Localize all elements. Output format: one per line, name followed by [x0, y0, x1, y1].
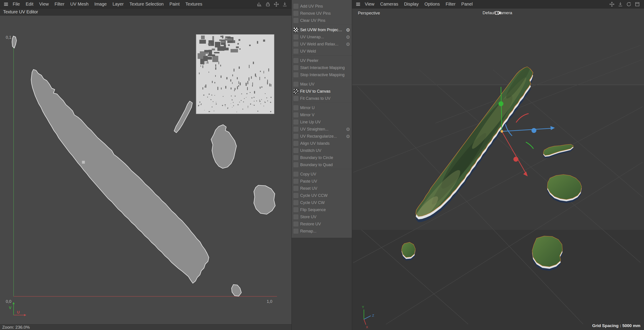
pan-icon[interactable] [273, 1, 280, 7]
cmd-fit-uv-to-canvas[interactable]: Fit UV to Canvas [292, 88, 352, 95]
uv-island-lifou[interactable] [211, 125, 236, 168]
gizmo-origin[interactable] [500, 130, 503, 133]
menu-file[interactable]: File [10, 0, 23, 8]
uv-island-grande-terre[interactable] [31, 69, 209, 283]
cmd-clear-uv-pins[interactable]: Clear UV Pins [292, 17, 352, 24]
command-icon [294, 18, 298, 23]
command-icon [294, 200, 298, 205]
cmd-uv-weld[interactable]: UV Weld [292, 48, 352, 55]
menu-cameras[interactable]: Cameras [377, 0, 401, 8]
gizmo-x-handle[interactable] [514, 157, 518, 162]
hamburger-menu-icon[interactable] [2, 1, 10, 7]
cmd-start-interactive-mapping[interactable]: Start Interactive Mapping [292, 64, 352, 71]
cmd-store-uv[interactable]: Store UV [292, 213, 352, 220]
uv-command-list: Add UV PinsRemove UV PinsClear UV PinsSe… [292, 0, 352, 238]
axis-y-label: Y [362, 305, 364, 309]
menu-panel[interactable]: Panel [458, 0, 476, 8]
cmd-mirror-u[interactable]: Mirror U [292, 104, 352, 111]
menu-filter[interactable]: Filter [443, 0, 458, 8]
pan-icon[interactable] [609, 1, 615, 7]
download-icon[interactable] [617, 1, 624, 7]
uv-axis-widget: V U [9, 302, 26, 316]
graph-icon[interactable] [256, 1, 262, 7]
cmd-restore-uv[interactable]: Restore UV [292, 220, 352, 228]
menu-layer[interactable]: Layer [110, 0, 126, 8]
cmd-paste-uv[interactable]: Paste UV [292, 178, 352, 185]
cmd-uv-peeler[interactable]: UV Peeler [292, 57, 352, 64]
cmd-copy-uv[interactable]: Copy UV [292, 171, 352, 178]
3d-viewport[interactable]: Y Z X Perspective Default Camera Grid Sp… [352, 8, 644, 330]
island-mare-3d[interactable] [532, 236, 562, 271]
cmd-line-up-uv[interactable]: Line Up UV [292, 118, 352, 126]
cmd-boundary-to-quad[interactable]: Boundary to Quad [292, 161, 352, 168]
cmd-add-uv-pins[interactable]: Add UV Pins [292, 3, 352, 10]
options-gear-icon[interactable]: ⚙ [345, 28, 350, 32]
cmd-unstitch-uv[interactable]: Unstitch UV [292, 147, 352, 154]
options-gear-icon[interactable]: ⚙ [345, 35, 350, 39]
uv-island-belep[interactable] [12, 36, 16, 48]
command-icon [294, 11, 298, 16]
menu-uv-mesh[interactable]: UV Mesh [67, 0, 91, 8]
command-icon [294, 58, 298, 63]
cmd-label: UV Weld and Relax... [300, 42, 338, 46]
lock-icon[interactable] [265, 1, 271, 7]
download-icon[interactable] [282, 1, 288, 7]
cmd-reset-uv[interactable]: Reset UV [292, 185, 352, 192]
cmd-fit-canvas-to-uv[interactable]: Fit Canvas to UV [292, 95, 352, 102]
uv-selected-point[interactable] [82, 161, 85, 164]
cmd-uv-rectangularize[interactable]: UV Rectangularize...⚙ [292, 133, 352, 140]
cmd-remove-uv-pins[interactable]: Remove UV Pins [292, 10, 352, 17]
viewport-pane: ViewCamerasDisplayOptionsFilterPanel [352, 0, 644, 330]
checker-x-icon [294, 89, 298, 94]
cmd-label: Clear UV Pins [300, 18, 325, 23]
options-gear-icon[interactable]: ⚙ [345, 42, 350, 46]
camera-selector[interactable]: Default Camera [482, 10, 514, 15]
axis-x-label: X [366, 325, 368, 329]
cmd-remap[interactable]: Remap... [292, 228, 352, 235]
command-icon [294, 96, 298, 101]
uv-island-ouvea[interactable] [174, 101, 192, 133]
cmd-max-uv[interactable]: Max UV [292, 81, 352, 88]
options-gear-icon[interactable]: ⚙ [345, 134, 350, 139]
uv-island-isle-of-pines[interactable] [232, 285, 241, 296]
cmd-cycle-uv-cw[interactable]: Cycle UV CW [292, 199, 352, 206]
cmd-label: Line Up UV [300, 120, 321, 124]
cmd-label: Store UV [300, 215, 316, 219]
menu-image[interactable]: Image [91, 0, 110, 8]
grid-spacing-label: Grid Spacing : 5000 mm [592, 323, 640, 328]
maximize-icon[interactable] [634, 1, 640, 7]
cmd-set-uvw-from-projection[interactable]: Set UVW from Projection...⚙ [292, 26, 352, 33]
options-gear-icon[interactable]: ⚙ [345, 127, 350, 132]
hamburger-menu-icon[interactable] [354, 1, 362, 7]
cmd-label: Stop Interactive Mapping [300, 73, 344, 77]
island-isle-of-pines-3d[interactable] [402, 242, 415, 261]
menu-filter[interactable]: Filter [52, 0, 67, 8]
cmd-align-uv-islands[interactable]: Align UV Islands [292, 140, 352, 147]
menu-separator [292, 79, 352, 80]
cmd-flip-sequence[interactable]: Flip Sequence [292, 206, 352, 213]
cmd-uv-unwrap[interactable]: UV Unwrap...⚙ [292, 33, 352, 40]
menu-texture-selection[interactable]: Texture Selection [126, 0, 166, 8]
cmd-uv-weld-and-relax[interactable]: UV Weld and Relax...⚙ [292, 40, 352, 48]
uv-island-mare[interactable] [254, 185, 275, 214]
menu-view[interactable]: View [36, 0, 52, 8]
menu-display[interactable]: Display [401, 0, 422, 8]
cmd-uv-straighten[interactable]: UV Straighten...⚙ [292, 126, 352, 133]
panel-title: Texture UV Editor [0, 8, 292, 15]
menu-view[interactable]: View [362, 0, 377, 8]
cmd-boundary-to-circle[interactable]: Boundary to Circle [292, 154, 352, 161]
uv-corner-label-10: 1,0 [267, 299, 272, 304]
cmd-stop-interactive-mapping[interactable]: Stop Interactive Mapping [292, 71, 352, 78]
cmd-mirror-v[interactable]: Mirror V [292, 111, 352, 118]
menu-paint[interactable]: Paint [166, 0, 182, 8]
view-label[interactable]: Perspective [358, 11, 380, 15]
uv-canvas[interactable]: 0,1 0,0 1,0 [0, 15, 292, 324]
rotate-icon[interactable] [626, 1, 632, 7]
menu-options[interactable]: Options [422, 0, 443, 8]
gizmo-y-handle[interactable] [498, 101, 504, 106]
menu-edit[interactable]: Edit [23, 0, 36, 8]
cmd-cycle-uv-ccw[interactable]: Cycle UV CCW [292, 192, 352, 199]
gizmo-z-handle[interactable] [532, 128, 536, 133]
command-icon [294, 127, 298, 132]
menu-textures[interactable]: Textures [182, 0, 205, 8]
